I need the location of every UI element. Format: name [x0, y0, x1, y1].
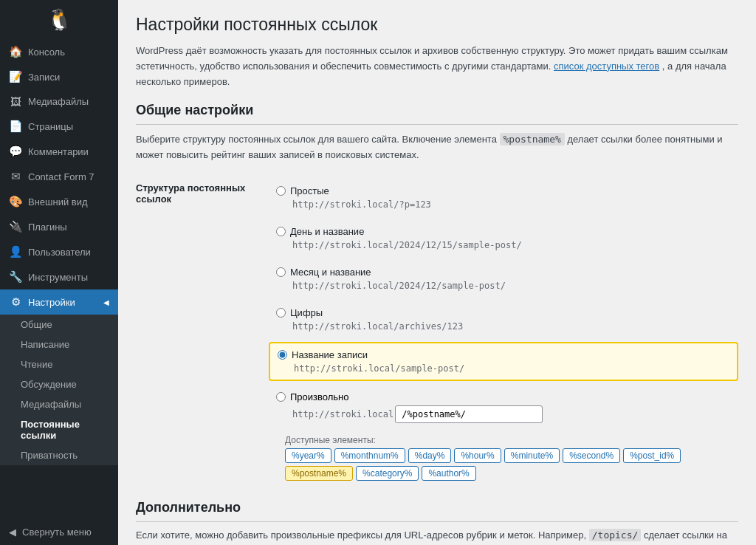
permalink-options: Простые http://stroki.local/?p=123 День …: [269, 175, 738, 485]
sidebar-item-settings[interactable]: ⚙ Настройки ◀: [0, 289, 118, 315]
console-icon: 🏠: [9, 45, 22, 58]
comments-icon: 💬: [9, 145, 22, 158]
sidebar-item-comments-label: Комментарии: [28, 146, 89, 157]
option-month-url: http://stroki.local/2024/12/sample-post/: [292, 281, 506, 291]
plugins-icon: 🔌: [9, 220, 22, 233]
option-postname: Название записи http://stroki.local/samp…: [269, 342, 738, 381]
chevron-right-icon: ◀: [103, 298, 109, 306]
sidebar-item-pages-label: Страницы: [28, 121, 73, 132]
submenu-general[interactable]: Общие: [0, 315, 118, 335]
sidebar-item-comments[interactable]: 💬 Комментарии: [0, 139, 118, 164]
option-postname-label[interactable]: Название записи: [278, 349, 368, 360]
sidebar-item-cf7[interactable]: ✉ Contact Form 7: [0, 164, 118, 189]
sidebar: 🐧 🏠 Консоль 📝 Записи 🖼 Медиафайлы 📄 Стра…: [0, 0, 118, 545]
page-title: Настройки постоянных ссылок: [136, 15, 738, 35]
sidebar-item-plugins[interactable]: 🔌 Плагины: [0, 214, 118, 239]
pages-icon: 📄: [9, 120, 22, 133]
sidebar-item-appearance[interactable]: 🎨 Внешний вид: [0, 189, 118, 214]
radio-month[interactable]: [276, 267, 286, 277]
tag-second[interactable]: %second%: [563, 448, 620, 463]
radio-postname[interactable]: [278, 350, 287, 360]
sidebar-item-console-label: Консоль: [28, 47, 65, 58]
available-tags-label: Доступные элементы:: [285, 435, 738, 445]
sidebar-item-media[interactable]: 🖼 Медиафайлы: [0, 89, 118, 114]
additional-desc: Если хотите, можно добавить произвольные…: [136, 528, 738, 545]
option-day-url: http://stroki.local/2024/12/15/sample-po…: [292, 240, 522, 250]
custom-option-label: Произвольно: [290, 391, 349, 402]
sidebar-item-settings-label: Настройки: [28, 297, 75, 308]
postname-code: %postname%: [500, 133, 565, 145]
option-numeric-url: http://stroki.local/archives/123: [292, 321, 463, 332]
tags-row: %year%%monthnum%%day%%hour%%minute%%seco…: [285, 448, 738, 481]
option-day: День и название http://stroki.local/2024…: [269, 220, 738, 256]
permalink-structure-row: Структура постоянных ссылок Простые http…: [136, 175, 738, 485]
tag-post_id[interactable]: %post_id%: [623, 448, 681, 463]
sidebar-item-tools-label: Инструменты: [28, 272, 88, 283]
cf7-icon: ✉: [9, 170, 22, 183]
main-content: Настройки постоянных ссылок WordPress да…: [118, 0, 756, 545]
collapse-label: Свернуть меню: [22, 527, 92, 538]
option-numeric: Цифры http://stroki.local/archives/123: [269, 301, 738, 337]
tag-postname[interactable]: %postname%: [285, 466, 353, 481]
permalink-options-table: Структура постоянных ссылок Простые http…: [136, 175, 738, 485]
tools-icon: 🔧: [9, 270, 22, 284]
appearance-icon: 🎨: [9, 195, 22, 208]
option-postname-url: http://stroki.local/sample-post/: [294, 363, 464, 374]
wp-logo: 🐧: [0, 0, 118, 39]
custom-label-row: Произвольно: [276, 391, 349, 402]
settings-submenu: Общие Написание Чтение Обсуждение Медиаф…: [0, 315, 118, 465]
tag-year[interactable]: %year%: [285, 448, 331, 463]
structure-label: Структура постоянных ссылок: [136, 175, 269, 485]
tag-author[interactable]: %author%: [422, 466, 475, 481]
option-simple-url: http://stroki.local/?p=123: [292, 199, 431, 210]
sidebar-item-posts-label: Записи: [28, 72, 60, 83]
sidebar-item-cf7-label: Contact Form 7: [28, 171, 94, 182]
radio-custom[interactable]: [276, 392, 286, 402]
option-day-label[interactable]: День и название: [276, 226, 364, 237]
option-month-label[interactable]: Месяц и название: [276, 267, 371, 278]
sidebar-item-users[interactable]: 👤 Пользователи: [0, 239, 118, 264]
page-description: WordPress даёт возможность указать для п…: [136, 44, 738, 89]
posts-icon: 📝: [9, 70, 22, 83]
sidebar-item-media-label: Медиафайлы: [28, 96, 89, 107]
submenu-reading[interactable]: Чтение: [0, 354, 118, 374]
general-settings-title: Общие настройки: [136, 103, 738, 125]
tag-hour[interactable]: %hour%: [454, 448, 501, 463]
option-month: Месяц и название http://stroki.local/202…: [269, 261, 738, 297]
custom-url-row: http://stroki.local: [292, 405, 543, 423]
sidebar-item-pages[interactable]: 📄 Страницы: [0, 114, 118, 139]
general-settings-desc: Выберите структуру постоянных ссылок для…: [136, 132, 738, 163]
tag-day[interactable]: %day%: [408, 448, 452, 463]
submenu-writing[interactable]: Написание: [0, 335, 118, 354]
tag-monthnum[interactable]: %monthnum%: [334, 448, 405, 463]
tag-category[interactable]: %category%: [356, 466, 419, 481]
radio-simple[interactable]: [276, 186, 286, 196]
radio-numeric[interactable]: [276, 308, 286, 318]
available-tags-link[interactable]: список доступных тегов: [554, 61, 659, 72]
sidebar-item-posts[interactable]: 📝 Записи: [0, 64, 118, 89]
collapse-menu-button[interactable]: ◀ Свернуть меню: [0, 519, 118, 545]
topics-code: /topics/: [589, 529, 642, 541]
option-custom: Произвольно http://stroki.local: [269, 385, 738, 429]
sidebar-item-tools[interactable]: 🔧 Инструменты: [0, 264, 118, 289]
submenu-privacy[interactable]: Приватность: [0, 445, 118, 465]
submenu-discussion[interactable]: Обсуждение: [0, 374, 118, 394]
submenu-permalinks[interactable]: Постоянные ссылки: [0, 414, 118, 445]
option-numeric-label[interactable]: Цифры: [276, 307, 323, 318]
option-simple-label[interactable]: Простые: [276, 185, 329, 196]
radio-day[interactable]: [276, 227, 286, 236]
sidebar-item-appearance-label: Внешний вид: [28, 196, 88, 208]
sidebar-item-users-label: Пользователи: [28, 247, 91, 258]
submenu-media[interactable]: Медиафайлы: [0, 394, 118, 414]
custom-structure-input[interactable]: [395, 405, 543, 423]
sidebar-item-plugins-label: Плагины: [28, 222, 67, 233]
option-simple: Простые http://stroki.local/?p=123: [269, 179, 738, 216]
settings-icon: ⚙: [9, 295, 22, 309]
media-icon: 🖼: [9, 95, 22, 108]
collapse-icon: ◀: [9, 527, 16, 538]
additional-title: Дополнительно: [136, 500, 738, 522]
sidebar-item-console[interactable]: 🏠 Консоль: [0, 39, 118, 64]
tag-minute[interactable]: %minute%: [504, 448, 560, 463]
custom-base-url: http://stroki.local: [292, 409, 394, 419]
users-icon: 👤: [9, 245, 22, 258]
